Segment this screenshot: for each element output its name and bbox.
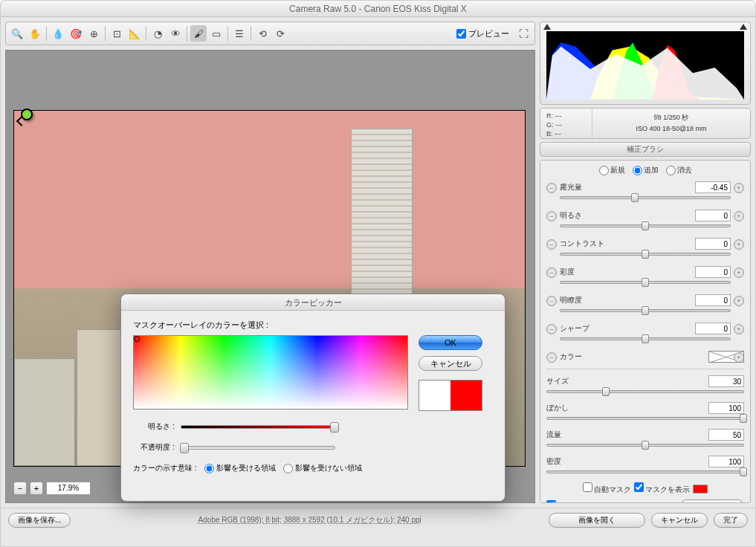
slider-value[interactable] — [695, 238, 731, 250]
brush-track[interactable] — [546, 417, 744, 420]
color-plus-button[interactable]: + — [734, 352, 744, 363]
b-value: B: --- — [546, 129, 586, 138]
clear-all-button[interactable]: すべてを消去 — [680, 499, 744, 503]
plus-button[interactable]: + — [734, 268, 744, 278]
opt-affected[interactable]: 影響を受ける領域 — [204, 463, 276, 473]
panel-title: 補正ブラシ — [540, 142, 751, 157]
brush-value[interactable] — [708, 375, 744, 387]
color-minus-button[interactable]: − — [546, 352, 557, 363]
slider-track[interactable] — [560, 337, 731, 340]
mode-new[interactable]: 新規 — [599, 165, 625, 175]
histogram-panel — [540, 22, 751, 105]
brush-value[interactable] — [708, 429, 744, 441]
done-button[interactable]: 完了 — [714, 513, 748, 528]
brush-value[interactable] — [708, 402, 744, 414]
highlight-clip-icon[interactable] — [740, 24, 747, 30]
minus-button[interactable]: − — [546, 183, 557, 193]
slider-2: −+コントラスト — [546, 238, 744, 256]
plus-button[interactable]: + — [734, 183, 744, 193]
plus-button[interactable]: + — [734, 324, 744, 334]
slider-track[interactable] — [560, 253, 731, 256]
graduated-filter-icon[interactable]: ▭ — [208, 25, 224, 42]
rgb-readout: R: --- G: --- B: --- — [540, 109, 592, 138]
red-eye-icon[interactable]: 👁 — [167, 25, 184, 42]
zoom-controls: − + 17.9% — [13, 482, 91, 495]
slider-track[interactable] — [560, 196, 731, 199]
brush-label: サイズ — [546, 376, 569, 386]
minus-button[interactable]: − — [546, 324, 557, 334]
white-balance-icon[interactable]: 💧 — [50, 25, 66, 42]
fullscreen-icon[interactable]: ⛶ — [515, 25, 532, 42]
brush-size: サイズ — [546, 375, 744, 393]
dialog-cancel-button[interactable]: キャンセル — [419, 356, 482, 371]
prefs-icon[interactable]: ☰ — [231, 25, 248, 42]
save-image-button[interactable]: 画像を保存... — [8, 513, 71, 528]
slider-5: −+シャープ — [546, 323, 744, 340]
zoom-tool-icon[interactable]: 🔍 — [9, 25, 25, 42]
slider-label: シャープ — [560, 323, 589, 334]
opacity-label: 不透明度 : — [133, 442, 175, 453]
crop-tool-icon[interactable]: ⊡ — [109, 25, 125, 42]
preview-label: プレビュー — [468, 28, 509, 39]
plus-button[interactable]: + — [734, 239, 744, 250]
slider-value[interactable] — [695, 266, 731, 278]
zoom-in-button[interactable]: + — [30, 482, 43, 495]
brush-track[interactable] — [546, 444, 744, 447]
straighten-tool-icon[interactable]: 📐 — [126, 25, 143, 42]
slider-value[interactable] — [695, 294, 731, 306]
zoom-value[interactable]: 17.9% — [46, 482, 91, 495]
opacity-slider-row: 不透明度 : — [133, 442, 493, 453]
mode-add[interactable]: 追加 — [633, 165, 659, 175]
mode-radios: 新規 追加 消去 — [546, 165, 744, 175]
ok-button[interactable]: OK — [419, 335, 482, 350]
rotate-cw-icon[interactable]: ⟳ — [272, 25, 288, 42]
show-mask-checkbox[interactable]: マスクを表示 — [634, 482, 690, 495]
slider-3: −+彩度 — [546, 266, 744, 284]
brush-label: 流量 — [546, 430, 561, 440]
mask-color-swatch[interactable] — [693, 485, 708, 493]
slider-value[interactable] — [695, 181, 731, 193]
brush-label: ぼかし — [546, 403, 569, 413]
hand-tool-icon[interactable]: ✋ — [27, 25, 43, 42]
exif-aperture: f/8 1/250 秒 — [598, 112, 744, 123]
adjustment-pin-icon[interactable] — [21, 109, 33, 120]
opacity-slider[interactable] — [181, 446, 335, 450]
rotate-ccw-icon[interactable]: ⟲ — [254, 25, 271, 42]
show-pin-checkbox[interactable]: ピンを表示 — [546, 500, 593, 504]
slider-value[interactable] — [695, 210, 731, 221]
minus-button[interactable]: − — [546, 239, 557, 250]
opt-unaffected[interactable]: 影響を受けない領域 — [283, 463, 362, 473]
brush-track[interactable] — [546, 470, 744, 473]
minus-button[interactable]: − — [546, 268, 557, 278]
minus-button[interactable]: − — [546, 211, 557, 221]
color-spectrum[interactable] — [133, 335, 408, 410]
info-panel: R: --- G: --- B: --- f/8 1/250 秒 ISO 400… — [540, 108, 751, 139]
adjustment-brush-icon[interactable]: 🖌 — [190, 25, 207, 42]
zoom-out-button[interactable]: − — [13, 482, 27, 495]
mode-erase[interactable]: 消去 — [666, 165, 692, 175]
plus-button[interactable]: + — [734, 296, 744, 306]
slider-track[interactable] — [560, 224, 731, 227]
open-image-button[interactable]: 画像を開く — [549, 513, 645, 528]
preview-checkbox[interactable]: プレビュー — [456, 28, 509, 39]
slider-track[interactable] — [560, 309, 731, 312]
brightness-slider[interactable] — [181, 425, 335, 429]
color-meaning: カラーの示す意味 : 影響を受ける領域 影響を受けない領域 — [133, 463, 493, 473]
slider-track[interactable] — [560, 281, 731, 284]
shadow-clip-icon[interactable] — [543, 24, 551, 30]
brightness-label: 明るさ : — [133, 421, 175, 432]
preview-checkbox-input[interactable] — [456, 29, 466, 39]
brush-track[interactable] — [546, 390, 744, 393]
cancel-button[interactable]: キャンセル — [651, 513, 708, 528]
brush-value[interactable] — [708, 456, 744, 467]
target-adjust-icon[interactable]: ⊕ — [85, 25, 102, 42]
auto-mask-checkbox[interactable]: 自動マスク — [583, 482, 631, 495]
slider-value[interactable] — [695, 323, 731, 334]
color-sampler-icon[interactable]: 🎯 — [68, 25, 84, 42]
dialog-prompt: マスクオーバーレイのカラーを選択 : — [133, 320, 493, 331]
spot-removal-icon[interactable]: ◔ — [149, 25, 166, 42]
plus-button[interactable]: + — [734, 211, 744, 221]
brush-density: 密度 — [546, 456, 744, 473]
doc-info-link[interactable]: Adobe RGB (1998); 8 bit; 3888 x 2592 (10… — [77, 515, 543, 525]
minus-button[interactable]: − — [546, 296, 557, 306]
